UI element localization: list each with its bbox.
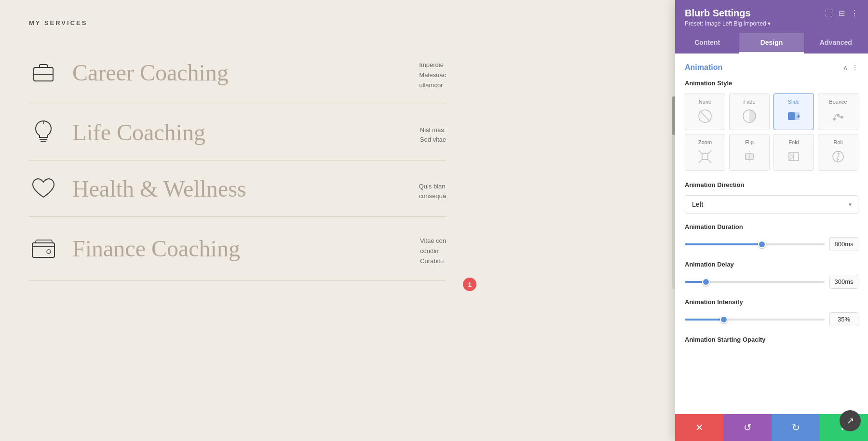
anim-label-bounce: Bounce — [829, 99, 847, 105]
animation-direction-select-wrapper: Left Right Top Bottom — [685, 195, 858, 214]
animation-duration-track[interactable] — [685, 243, 825, 245]
redo-button[interactable]: ↻ — [772, 414, 820, 441]
anim-label-roll: Roll — [834, 139, 843, 145]
zoom-icon — [696, 148, 714, 165]
animation-duration-input[interactable] — [829, 237, 858, 251]
panel-title: Blurb Settings — [685, 8, 771, 19]
svg-rect-16 — [702, 154, 708, 160]
section-menu-icon[interactable]: ⋮ — [852, 64, 858, 72]
animation-intensity-label: Animation Intensity — [685, 298, 858, 306]
list-item: Health & Wellness Quis blan consequa — [29, 160, 446, 217]
animation-direction-label: Animation Direction — [685, 181, 858, 188]
anim-option-bounce[interactable]: Bounce — [818, 94, 858, 130]
tab-content[interactable]: Content — [675, 33, 739, 53]
slide-icon — [785, 107, 802, 125]
anim-option-slide[interactable]: Slide — [773, 94, 814, 130]
svg-line-19 — [699, 160, 702, 163]
more-options-icon[interactable]: ⋮ — [851, 9, 858, 18]
service-left: Career Coaching — [29, 58, 419, 87]
panel-tabs: Content Design Advanced — [675, 33, 868, 53]
animation-section-header: Animation ∧ ⋮ — [685, 63, 858, 72]
service-text: Nisl mas: Sed vitae — [420, 120, 446, 146]
panel-footer: ✕ ↺ ↻ ✓ — [675, 414, 868, 441]
anim-label-fade: Fade — [743, 99, 755, 105]
svg-point-27 — [838, 159, 839, 160]
anim-option-fade[interactable]: Fade — [729, 94, 770, 130]
service-left: Life Coaching — [29, 118, 420, 147]
collapse-icon[interactable]: ∧ — [843, 64, 848, 72]
heart-icon — [29, 174, 58, 203]
svg-line-18 — [708, 150, 711, 154]
service-name: Health & Wellness — [72, 175, 246, 202]
animation-intensity-track[interactable] — [685, 319, 825, 321]
panel-scrollbar[interactable] — [672, 96, 675, 289]
bounce-icon — [829, 107, 847, 125]
svg-point-6 — [47, 250, 51, 254]
section-controls: ∧ ⋮ — [843, 64, 858, 72]
svg-point-26 — [838, 153, 839, 155]
animation-duration-section: Animation Duration — [685, 223, 858, 251]
service-text: Vitae con condin Curabitu — [420, 230, 446, 266]
service-name: Life Coaching — [72, 119, 205, 146]
animation-duration-label: Animation Duration — [685, 223, 858, 230]
animation-duration-thumb[interactable] — [758, 241, 766, 248]
service-left: Health & Wellness — [29, 174, 419, 203]
wallet-icon — [29, 234, 58, 263]
anim-label-none: None — [699, 99, 711, 105]
panel-scrollbar-thumb[interactable] — [672, 96, 675, 135]
tab-design[interactable]: Design — [739, 33, 803, 53]
section-title: MY SERVICES — [29, 19, 446, 27]
anim-label-slide: Slide — [788, 99, 800, 105]
roll-icon — [829, 148, 847, 165]
tab-advanced[interactable]: Advanced — [804, 33, 868, 53]
animation-direction-select[interactable]: Left Right Top Bottom — [685, 195, 858, 214]
floating-action-button[interactable]: ↗ — [840, 410, 861, 431]
animation-delay-track[interactable] — [685, 281, 825, 283]
anim-option-zoom[interactable]: Zoom — [685, 134, 725, 171]
animation-duration-row — [685, 237, 858, 251]
animation-delay-label: Animation Delay — [685, 261, 858, 268]
notification-badge: 1 — [463, 278, 476, 291]
columns-icon[interactable]: ⊟ — [839, 9, 845, 18]
anim-option-roll[interactable]: Roll — [818, 134, 858, 171]
panel-preset: Preset: Image Left Big imported ▾ — [685, 20, 771, 27]
animation-style-grid: None Fade Slide — [685, 94, 858, 171]
anim-label-fold: Fold — [788, 139, 799, 145]
animation-delay-thumb[interactable] — [702, 278, 710, 286]
settings-panel: Blurb Settings Preset: Image Left Big im… — [675, 0, 868, 441]
svg-line-20 — [708, 160, 711, 163]
cancel-icon: ✕ — [695, 422, 704, 433]
animation-intensity-fill — [685, 319, 724, 321]
animation-intensity-input[interactable] — [829, 312, 858, 326]
fade-icon — [741, 107, 758, 125]
anim-option-none[interactable]: None — [685, 94, 725, 130]
animation-intensity-thumb[interactable] — [720, 316, 728, 323]
animation-direction-section: Animation Direction Left Right Top Botto… — [685, 181, 858, 214]
undo-button[interactable]: ↺ — [723, 414, 772, 441]
floating-icon: ↗ — [847, 415, 854, 426]
cancel-button[interactable]: ✕ — [675, 414, 723, 441]
panel-header: Blurb Settings Preset: Image Left Big im… — [675, 0, 868, 33]
list-item: Life Coaching Nisl mas: Sed vitae — [29, 104, 446, 160]
anim-option-flip[interactable]: Flip — [729, 134, 770, 171]
animation-delay-input[interactable] — [829, 275, 858, 289]
animation-intensity-section: Animation Intensity — [685, 298, 858, 326]
animation-duration-fill — [685, 243, 762, 245]
list-item: Career Coaching Imperdie Malesuac ullamc… — [29, 41, 446, 104]
service-left: Finance Coaching — [29, 234, 420, 263]
svg-rect-5 — [32, 243, 54, 257]
service-text: Imperdie Malesuac ullamcor — [419, 54, 446, 90]
list-item: Finance Coaching Vitae con condin Curabi… — [29, 217, 446, 280]
service-text: Quis blan consequa — [419, 176, 446, 202]
service-name: Finance Coaching — [72, 235, 240, 262]
anim-option-fold[interactable]: Fold — [773, 134, 814, 171]
fullscreen-icon[interactable]: ⛶ — [825, 9, 833, 18]
panel-body: Animation ∧ ⋮ Animation Style None Fade — [675, 53, 868, 414]
flip-icon — [741, 148, 758, 165]
none-icon — [696, 107, 714, 125]
animation-intensity-row — [685, 312, 858, 326]
animation-delay-section: Animation Delay — [685, 261, 858, 289]
undo-icon: ↺ — [744, 422, 752, 433]
fold-icon — [785, 148, 802, 165]
animation-delay-row — [685, 275, 858, 289]
